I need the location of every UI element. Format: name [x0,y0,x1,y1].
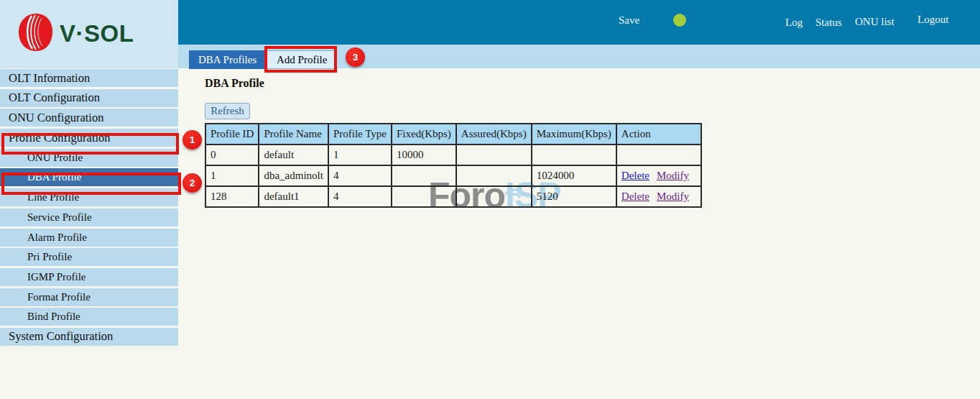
delete-link[interactable]: Delete [621,170,650,181]
cell-assured [456,145,532,165]
cell-maximum: 1024000 [532,165,616,186]
cell-profile-type: 1 [328,145,392,165]
sidebar-item-pri-profile[interactable]: Pri Profile [0,248,178,266]
annotation-callout-1: 1 [182,130,202,150]
cell-profile-type: 4 [328,186,392,207]
save-button[interactable]: Save [619,14,639,27]
cell-profile-id: 1 [205,165,259,186]
annotation-callout-2: 2 [182,173,202,193]
dba-profile-table: Profile ID Profile Name Profile Type Fix… [205,123,702,208]
col-header-fixed: Fixed(Kbps) [392,124,456,145]
sidebar-item-olt-information[interactable]: OLT Information [0,69,178,87]
sidebar-item-format-profile[interactable]: Format Profile [0,288,178,306]
cell-action: DeleteModify [616,165,701,186]
sidebar: OLT Information OLT Configuration ONU Co… [0,69,178,348]
cell-assured [456,165,532,186]
sidebar-item-line-profile[interactable]: Line Profile [0,188,178,206]
tab-add-profile[interactable]: Add Profile [267,50,337,69]
cell-fixed [392,186,456,207]
cell-profile-id: 128 [205,186,259,207]
logout-link[interactable]: Logout [917,14,948,26]
delete-link[interactable]: Delete [621,191,650,202]
table-row: 1 dba_adminolt 4 1024000 DeleteModify [205,165,701,186]
sidebar-item-olt-configuration[interactable]: OLT Configuration [0,89,178,107]
tab-dba-profiles[interactable]: DBA Profiles [189,50,266,69]
cell-action: DeleteModify [616,186,701,207]
log-link[interactable]: Log [785,17,803,29]
cell-profile-name: default [259,145,328,165]
sidebar-item-onu-configuration[interactable]: ONU Configuration [0,109,178,127]
refresh-button[interactable]: Refresh [205,103,250,119]
cell-fixed: 10000 [392,145,456,165]
sidebar-item-service-profile[interactable]: Service Profile [0,208,178,226]
sidebar-item-dba-profile[interactable]: DBA Profile [0,168,178,186]
cell-assured [456,186,532,207]
cell-profile-name: default1 [259,186,328,207]
sidebar-item-system-configuration[interactable]: System Configuration [0,328,178,346]
cell-profile-type: 4 [328,165,392,186]
table-header-row: Profile ID Profile Name Profile Type Fix… [205,124,701,145]
annotation-callout-3: 3 [346,47,365,67]
page-title: DBA Profile [205,77,264,90]
onu-list-link[interactable]: ONU list [855,16,895,28]
col-header-maximum: Maximum(Kbps) [532,124,616,145]
col-header-profile-type: Profile Type [328,124,392,145]
logo-box: V·SOL [0,0,178,68]
table-row: 128 default1 4 5120 DeleteModify [205,186,701,207]
sidebar-item-onu-profile[interactable]: ONU Profile [0,149,178,167]
vsol-logo-icon [16,12,55,55]
brand-name: V·SOL [60,20,134,47]
cell-action [616,145,701,165]
cell-profile-name: dba_adminolt [259,165,328,186]
col-header-action: Action [616,124,701,145]
sidebar-item-alarm-profile[interactable]: Alarm Profile [0,229,178,247]
col-header-profile-name: Profile Name [259,124,328,145]
cell-fixed [392,165,456,186]
status-dot-icon [673,14,686,27]
table-row: 0 default 1 10000 [205,145,701,165]
cell-profile-id: 0 [205,145,259,165]
sidebar-item-bind-profile[interactable]: Bind Profile [0,308,178,326]
cell-maximum [532,145,616,165]
modify-link[interactable]: Modify [657,191,689,202]
modify-link[interactable]: Modify [657,170,689,181]
col-header-profile-id: Profile ID [205,124,259,145]
col-header-assured: Assured(Kbps) [456,124,532,145]
status-link[interactable]: Status [815,17,842,29]
tabbar: DBA Profiles Add Profile [178,45,980,68]
sidebar-item-igmp-profile[interactable]: IGMP Profile [0,268,178,286]
sidebar-item-profile-configuration[interactable]: Profile Configuration [0,129,178,147]
cell-maximum: 5120 [532,186,616,207]
